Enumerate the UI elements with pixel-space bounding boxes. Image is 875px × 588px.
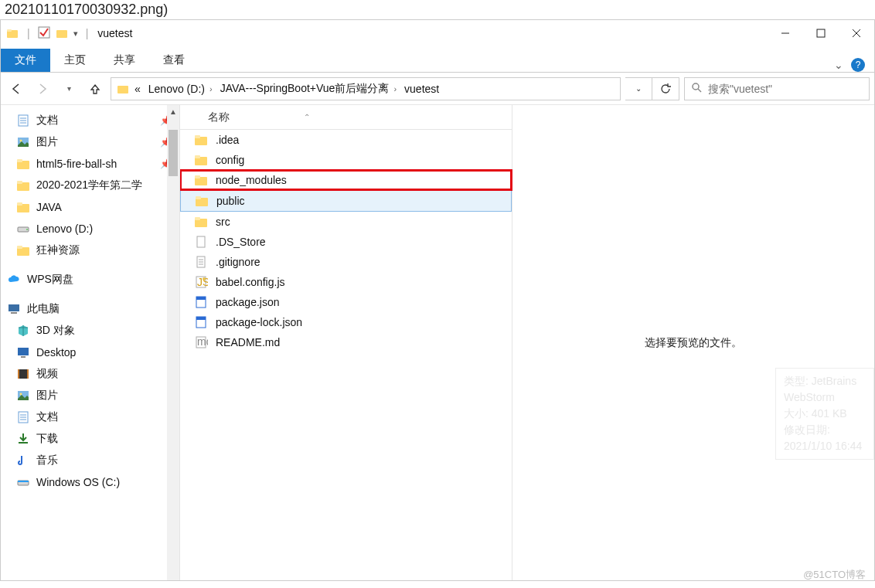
file-tooltip: 类型: JetBrains WebStorm大小: 401 KB修改日期: 20… (775, 368, 874, 460)
nav-pc-0[interactable]: 3D 对象 (1, 320, 179, 342)
explorer-window: | ▾ | vuetest 文件 主页 共享 查看 ⌄ ? ▾ « Lenovo… (0, 19, 875, 581)
svg-rect-32 (18, 369, 19, 379)
nav-scrollbar[interactable]: ▲ (167, 105, 179, 580)
nav-item-label: 3D 对象 (36, 324, 75, 338)
folder-icon (16, 243, 30, 257)
address-drop[interactable]: ⌄ (625, 78, 652, 100)
nav-wps[interactable]: WPS网盘 (1, 269, 179, 291)
file-row-8[interactable]: package.json (180, 292, 512, 312)
maximize-button[interactable] (803, 20, 839, 46)
tab-view[interactable]: 查看 (149, 49, 199, 72)
3d-icon (16, 324, 30, 338)
nav-item-label: JAVA (36, 201, 62, 213)
qat-checkbox[interactable] (38, 26, 50, 41)
nav-pc-5[interactable]: 下载 (1, 428, 179, 450)
nav-pc-2[interactable]: 视频 (1, 363, 179, 385)
folder-icon-2 (55, 26, 69, 40)
breadcrumb[interactable]: « Lenovo (D:)› JAVA---SpringBoot+Vue前后端分… (111, 77, 621, 100)
search-box[interactable] (684, 77, 870, 100)
recent-dropdown[interactable]: ▾ (58, 78, 80, 100)
js-icon: JS (194, 275, 208, 289)
nav-quick-3[interactable]: 2020-2021学年第二学 (1, 175, 179, 196)
svg-rect-46 (195, 155, 200, 158)
file-row-6[interactable]: .gitignore (180, 252, 512, 272)
file-row-10[interactable]: mdREADME.md (180, 332, 512, 352)
breadcrumb-overflow[interactable]: « (131, 83, 144, 95)
sort-indicator-icon: ⌃ (304, 113, 310, 121)
nav-item-label: 文档 (36, 410, 58, 424)
nav-item-label: 音乐 (36, 454, 58, 467)
nav-pc-4[interactable]: 文档 (1, 406, 179, 428)
col-name-label: 名称 (208, 110, 230, 124)
close-button[interactable] (839, 20, 874, 46)
nav-pane: 文档📌图片📌html5-fire-ball-sh📌2020-2021学年第二学J… (1, 105, 180, 580)
qat-dropdown[interactable]: ▾ (73, 29, 78, 39)
svg-rect-26 (17, 246, 22, 249)
nav-item-label: 狂神资源 (36, 243, 80, 257)
nav-item-label: Lenovo (D:) (36, 223, 93, 235)
svg-rect-18 (17, 159, 22, 162)
search-icon (691, 82, 702, 95)
nav-pc-3[interactable]: 图片 (1, 385, 179, 406)
svg-point-24 (26, 229, 28, 230)
file-row-7[interactable]: JSbabel.config.js (180, 272, 512, 292)
file-row-2[interactable]: node_modules (180, 170, 512, 190)
crumb-0[interactable]: Lenovo (D:)› (145, 83, 216, 95)
up-button[interactable] (84, 78, 106, 100)
nav-pc-1[interactable]: Desktop (1, 342, 179, 363)
svg-point-9 (693, 83, 699, 90)
file-icon (194, 235, 208, 249)
column-header[interactable]: 名称⌃ (180, 105, 512, 130)
pic-icon (16, 135, 30, 149)
tab-home[interactable]: 主页 (50, 49, 100, 72)
refresh-button[interactable] (652, 78, 679, 100)
tab-file[interactable]: 文件 (1, 49, 50, 72)
svg-text:md: md (197, 335, 208, 348)
crumb-1[interactable]: JAVA---SpringBoot+Vue前后端分离› (217, 82, 400, 96)
file-name: .gitignore (216, 256, 260, 268)
svg-rect-3 (56, 30, 67, 38)
back-button[interactable] (5, 78, 27, 100)
nav-quick-6[interactable]: 狂神资源 (1, 240, 179, 261)
svg-rect-53 (197, 236, 205, 247)
nav-item-label: 文档 (36, 114, 58, 127)
qat-separator: | (27, 27, 30, 39)
minimize-button[interactable] (768, 20, 803, 46)
svg-rect-62 (196, 297, 206, 300)
nav-quick-5[interactable]: Lenovo (D:) (1, 218, 179, 240)
svg-rect-50 (196, 196, 201, 199)
folder-icon (194, 153, 208, 167)
nav-this-pc[interactable]: 此电脑 (1, 298, 179, 320)
nav-quick-1[interactable]: 图片📌 (1, 131, 179, 153)
file-row-5[interactable]: .DS_Store (180, 232, 512, 252)
nav-quick-2[interactable]: html5-fire-ball-sh📌 (1, 153, 179, 175)
nav-quick-0[interactable]: 文档📌 (1, 110, 179, 131)
nav-item-label: 下载 (36, 432, 58, 446)
crumb-2[interactable]: vuetest (401, 83, 442, 95)
file-name: node_modules (216, 174, 287, 186)
doc-icon (16, 114, 30, 127)
file-name: package.json (216, 296, 280, 308)
svg-text:JS: JS (197, 276, 208, 288)
tab-share[interactable]: 共享 (100, 49, 149, 72)
ribbon-tabs: 文件 主页 共享 查看 ⌄ ? (1, 46, 874, 73)
file-name: babel.config.js (216, 276, 285, 288)
nav-quick-4[interactable]: JAVA (1, 196, 179, 218)
search-input[interactable] (708, 83, 863, 95)
json-icon (194, 315, 208, 329)
ribbon-expand[interactable]: ⌄ (834, 59, 843, 71)
nav-pc-6[interactable]: 音乐 (1, 450, 179, 471)
help-icon[interactable]: ? (851, 58, 865, 72)
file-row-3[interactable]: public (180, 190, 512, 212)
file-row-9[interactable]: package-lock.json (180, 312, 512, 332)
file-row-4[interactable]: src (180, 212, 512, 232)
folder-icon (5, 26, 19, 40)
txt-icon (194, 255, 208, 269)
nav-pc-7[interactable]: Windows OS (C:) (1, 471, 179, 493)
file-name: public (216, 195, 245, 207)
file-row-1[interactable]: config (180, 150, 512, 170)
forward-button[interactable] (32, 78, 53, 100)
preview-empty-text: 选择要预览的文件。 (645, 336, 742, 350)
cloud-icon (7, 273, 21, 287)
file-row-0[interactable]: .idea (180, 130, 512, 150)
